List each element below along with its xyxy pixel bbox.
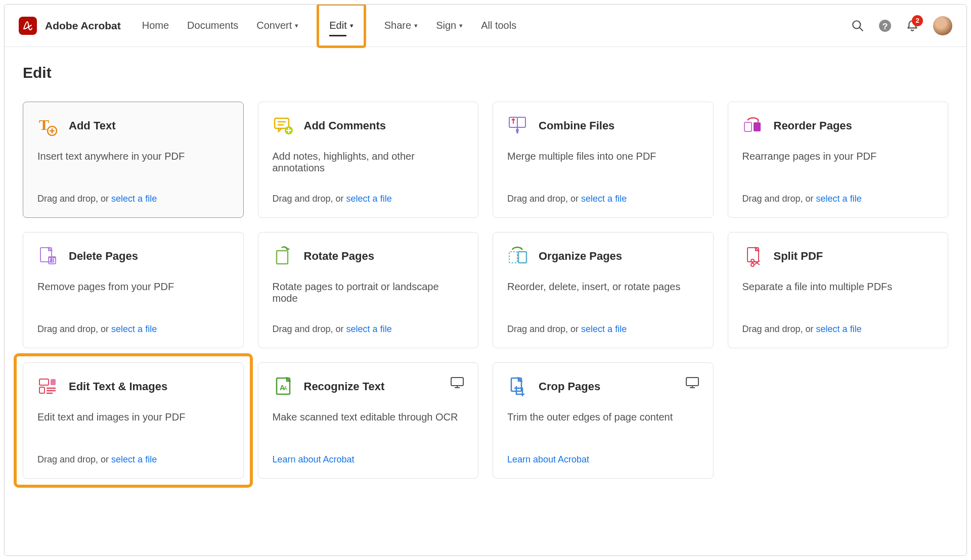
svg-rect-25 (277, 251, 288, 264)
card-desc: Separate a file into multiple PDFs (742, 281, 934, 312)
profile-button[interactable] (933, 16, 952, 35)
split-pdf-icon (742, 246, 764, 267)
svg-rect-15 (517, 117, 525, 127)
card-desc: Rearrange pages in your PDF (742, 151, 934, 181)
card-desc: Add notes, highlights, and other annotat… (273, 151, 464, 181)
select-file-link[interactable]: select a file (816, 194, 862, 204)
card-desc: Merge multiple files into one PDF (507, 151, 699, 181)
card-footer: Drag and drop, or select a file (37, 194, 229, 204)
svg-rect-26 (509, 252, 517, 263)
card-footer: Drag and drop, or select a file (742, 324, 934, 335)
nav-share[interactable]: Share▾ (384, 6, 418, 45)
card-rotate-pages[interactable]: Rotate Pages Rotate pages to portrait or… (258, 232, 479, 348)
svg-text:?: ? (882, 21, 888, 31)
svg-line-1 (859, 27, 863, 31)
select-file-link[interactable]: select a file (111, 324, 157, 334)
crop-pages-icon (507, 376, 528, 397)
card-organize-pages[interactable]: Organize Pages Reorder, delete, insert, … (493, 232, 714, 348)
svg-rect-17 (744, 122, 752, 131)
card-desc: Reorder, delete, insert, or rotate pages (507, 281, 699, 312)
card-footer: Drag and drop, or select a file (273, 324, 464, 335)
highlight-edit-card: Edit Text & Images Edit text and images … (14, 353, 253, 488)
help-button[interactable]: ? (878, 19, 892, 32)
card-title: Edit Text & Images (69, 380, 167, 393)
main-nav: Home Documents Convert▾ Edit▾ Share▾ Sig… (142, 4, 851, 48)
acrobat-logo (19, 17, 37, 35)
chevron-down-icon: ▾ (350, 22, 354, 29)
select-file-link[interactable]: select a file (581, 194, 627, 204)
svg-rect-33 (39, 379, 49, 385)
desktop-icon (451, 377, 464, 390)
nav-home[interactable]: Home (142, 6, 169, 45)
page-content: Edit T Add Text Insert text anywhere in … (5, 47, 966, 496)
card-title: Recognize Text (304, 380, 385, 393)
card-edit-text-images[interactable]: Edit Text & Images Edit text and images … (23, 362, 244, 479)
card-split-pdf[interactable]: Split PDF Separate a file into multiple … (728, 232, 949, 348)
card-recognize-text[interactable]: AA Recognize Text Make scanned text edit… (258, 362, 479, 479)
select-file-link[interactable]: select a file (346, 324, 392, 334)
card-combine-files[interactable]: Combine Files Merge multiple files into … (493, 102, 714, 218)
nav-edit[interactable]: Edit▾ (329, 6, 353, 45)
svg-rect-18 (754, 122, 761, 131)
svg-rect-8 (275, 118, 289, 128)
search-icon (851, 19, 864, 32)
chevron-down-icon: ▾ (414, 22, 418, 29)
card-reorder-pages[interactable]: Reorder Pages Rearrange pages in your PD… (728, 102, 949, 218)
card-title: Reorder Pages (774, 119, 852, 132)
svg-point-29 (751, 259, 754, 262)
edit-text-images-icon (37, 376, 59, 397)
notification-badge: 2 (912, 15, 923, 26)
nav-all-tools[interactable]: All tools (481, 6, 516, 45)
card-footer: Drag and drop, or select a file (507, 194, 699, 204)
notifications-button[interactable]: 2 (906, 19, 919, 32)
chevron-down-icon: ▾ (459, 22, 463, 29)
card-desc: Rotate pages to portrait or landscape mo… (273, 281, 464, 312)
select-file-link[interactable]: select a file (111, 454, 157, 464)
help-icon: ? (878, 19, 892, 32)
nav-convert[interactable]: Convert▾ (256, 6, 298, 45)
card-title: Delete Pages (69, 250, 138, 263)
page-title: Edit (23, 64, 948, 81)
tools-grid: T Add Text Insert text anywhere in your … (23, 102, 948, 479)
card-crop-pages[interactable]: Crop Pages Trim the outer edges of page … (493, 362, 714, 479)
card-footer: Drag and drop, or select a file (507, 324, 699, 335)
card-delete-pages[interactable]: Delete Pages Remove pages from your PDF … (23, 232, 244, 348)
avatar (933, 16, 952, 35)
svg-rect-35 (39, 387, 45, 393)
svg-rect-27 (518, 252, 526, 263)
svg-point-30 (751, 263, 754, 266)
svg-rect-39 (451, 378, 463, 386)
card-title: Rotate Pages (304, 250, 374, 263)
delete-pages-icon (37, 246, 59, 267)
chevron-down-icon: ▾ (295, 22, 298, 29)
card-title: Crop Pages (539, 380, 600, 393)
card-title: Organize Pages (539, 250, 622, 263)
learn-link[interactable]: Learn about Acrobat (273, 454, 464, 465)
card-add-text[interactable]: T Add Text Insert text anywhere in your … (23, 102, 244, 218)
svg-rect-45 (686, 378, 698, 386)
card-footer: Drag and drop, or select a file (37, 324, 229, 335)
card-footer: Drag and drop, or select a file (273, 194, 464, 204)
highlight-edit-nav: Edit▾ (317, 4, 366, 48)
nav-sign[interactable]: Sign▾ (436, 6, 463, 45)
card-add-comments[interactable]: Add Comments Add notes, highlights, and … (258, 102, 479, 218)
add-comments-icon (273, 115, 294, 136)
svg-rect-19 (40, 248, 52, 262)
card-desc: Edit text and images in your PDF (37, 411, 229, 442)
add-text-icon: T (37, 115, 59, 136)
search-button[interactable] (851, 19, 864, 32)
rotate-pages-icon (273, 246, 294, 267)
select-file-link[interactable]: select a file (581, 324, 627, 334)
select-file-link[interactable]: select a file (111, 194, 157, 204)
learn-link[interactable]: Learn about Acrobat (507, 454, 699, 465)
card-title: Split PDF (774, 250, 823, 263)
card-desc: Insert text anywhere in your PDF (37, 151, 229, 181)
select-file-link[interactable]: select a file (816, 324, 862, 334)
nav-documents[interactable]: Documents (187, 6, 238, 45)
header-actions: ? 2 (851, 16, 952, 35)
card-footer: Drag and drop, or select a file (742, 194, 934, 204)
card-title: Add Comments (304, 119, 386, 132)
select-file-link[interactable]: select a file (346, 194, 392, 204)
app-title: Adobe Acrobat (45, 20, 121, 32)
card-title: Combine Files (539, 119, 614, 132)
